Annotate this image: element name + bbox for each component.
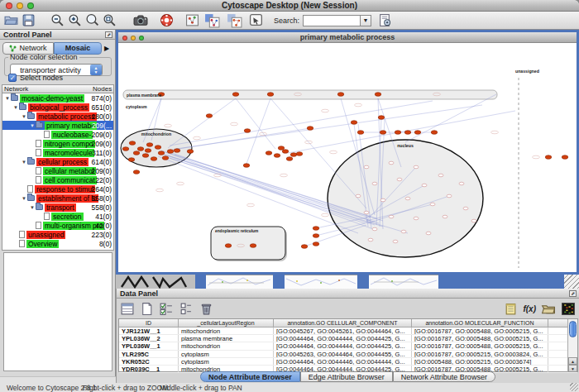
expand-triangle-icon[interactable]: ▼ (21, 114, 27, 119)
network-window-titlebar[interactable]: primary metabolic process (118, 32, 577, 43)
tab-edge-attribute-browser[interactable]: Edge Attribute Browser (300, 371, 393, 382)
network-node[interactable] (471, 219, 476, 222)
network-node[interactable] (301, 245, 308, 249)
background-window[interactable] (285, 275, 357, 289)
network-node[interactable] (375, 93, 381, 97)
network-node[interactable] (296, 152, 303, 156)
network-node[interactable] (351, 121, 357, 125)
network-node[interactable] (405, 197, 410, 200)
network-node[interactable] (422, 184, 427, 187)
network-node[interactable] (401, 230, 406, 233)
network-node[interactable] (389, 215, 394, 218)
heatmap-icon[interactable] (561, 300, 576, 317)
network-node[interactable] (313, 234, 319, 238)
network-node[interactable] (397, 178, 402, 181)
float-panel-icon[interactable]: ⬈ (569, 290, 577, 297)
column-header-0[interactable]: ID (119, 319, 179, 327)
network-node[interactable] (128, 158, 135, 162)
expand-triangle-icon[interactable]: ▼ (21, 196, 27, 201)
save-icon[interactable] (22, 12, 36, 29)
search-input[interactable] (303, 15, 361, 26)
network-node[interactable] (414, 217, 419, 220)
snapshot-icon[interactable] (133, 12, 148, 29)
network-node[interactable] (447, 194, 452, 198)
new-attribute-icon[interactable] (140, 300, 154, 317)
network-node[interactable] (266, 151, 272, 155)
network-node[interactable] (267, 93, 274, 97)
network-node[interactable] (380, 131, 386, 135)
expand-triangle-icon[interactable]: ▼ (21, 160, 27, 165)
tree-row-transport[interactable]: ▼transport558(0) (2, 203, 113, 212)
tree-row-cellular-metabol[interactable]: cellular metabol209(0) (2, 166, 113, 175)
network-node[interactable] (286, 157, 293, 161)
network-node[interactable] (414, 131, 421, 135)
window-resize-grip-icon[interactable] (564, 275, 579, 289)
birdseye-view[interactable] (3, 252, 112, 371)
network-node[interactable] (243, 164, 250, 168)
zoom-out-icon[interactable] (50, 12, 65, 29)
network-node[interactable] (290, 153, 297, 157)
network-node[interactable] (463, 207, 468, 210)
table-row-YKR052C[interactable]: YKR052Ccytoplasm[GO:0044464, GO:0044446,… (119, 358, 577, 366)
expand-triangle-icon[interactable]: ▼ (29, 205, 36, 210)
network-node[interactable] (313, 227, 319, 231)
graphics-details-blue-icon[interactable] (204, 12, 220, 29)
attribute-notes-icon[interactable] (504, 300, 518, 317)
network-node[interactable] (142, 154, 149, 158)
tree-row-overview[interactable]: Overview8(0) (2, 239, 113, 248)
network-node[interactable] (430, 203, 435, 206)
scroll-up-icon[interactable]: ▲ (568, 357, 577, 365)
table-row-YJR121W__1[interactable]: YJR121W__1mitochondrion[GO:0045267, GO:0… (119, 327, 577, 335)
search-dropdown-button[interactable]: ▼ (361, 15, 371, 26)
network-node[interactable] (167, 150, 174, 154)
zoom-in-icon[interactable] (68, 12, 82, 29)
network-node[interactable] (364, 165, 369, 169)
expand-triangle-icon[interactable]: ▼ (12, 105, 19, 110)
graphics-details-red-icon[interactable] (227, 12, 242, 29)
network-node[interactable] (426, 232, 431, 235)
network-node[interactable] (122, 147, 129, 151)
network-node[interactable] (414, 165, 419, 169)
network-node[interactable] (313, 242, 319, 246)
tree-row-macromolecule[interactable]: macromolecule311(0) (2, 148, 113, 157)
select-mode-icon[interactable] (249, 12, 264, 29)
network-node[interactable] (389, 161, 394, 165)
network-node[interactable] (562, 155, 568, 160)
tree-row-primary-metabo[interactable]: ▼primary metabo209(... (2, 121, 113, 130)
delete-attribute-icon[interactable] (199, 300, 213, 317)
network-node[interactable] (129, 141, 136, 146)
network-node[interactable] (380, 198, 385, 202)
background-window-edge[interactable] (357, 275, 369, 289)
network-node[interactable] (459, 182, 464, 185)
network-node[interactable] (364, 211, 369, 214)
network-node[interactable] (438, 174, 443, 177)
network-node[interactable] (232, 93, 239, 97)
import-attributes-icon[interactable] (541, 300, 556, 317)
network-node[interactable] (151, 157, 157, 161)
network-node[interactable] (145, 149, 151, 153)
tab-overflow-arrow-icon[interactable]: ▶ (104, 45, 109, 52)
network-canvas[interactable]: plasma membranecytoplasmmitochondrionnuc… (118, 43, 577, 272)
attribute-table-icon[interactable] (120, 300, 135, 317)
tree-row-unassigned[interactable]: unassigned223(0) (2, 230, 113, 239)
column-header-1[interactable]: _cellularLayoutRegion (179, 319, 274, 327)
network-node[interactable] (307, 127, 313, 131)
tree-row-multi-organism-pro[interactable]: multi-organism pro42(0) (2, 221, 113, 230)
search-config-icon[interactable] (378, 12, 392, 29)
network-node[interactable] (158, 151, 165, 155)
table-row-YPL036W__1[interactable]: YPL036W__1mitochondrion[GO:0044464, GO:0… (119, 342, 577, 350)
tree-row-cell-communicat[interactable]: cell communicat22(0) (2, 175, 113, 184)
network-node[interactable] (443, 215, 447, 218)
zoom-selected-icon[interactable] (85, 12, 99, 29)
tree-row-response-to-stimul[interactable]: response to stimul264(0) (2, 184, 113, 194)
network-node[interactable] (187, 150, 194, 154)
network-node[interactable] (274, 154, 280, 158)
network-node[interactable] (278, 146, 285, 151)
network-node[interactable] (357, 131, 364, 135)
tree-row-metabolic-process[interactable]: ▼metabolic process280(0) (2, 112, 113, 121)
network-node[interactable] (545, 155, 552, 160)
network-node[interactable] (404, 131, 411, 135)
network-node[interactable] (337, 93, 344, 97)
help-icon[interactable] (160, 12, 174, 29)
network-node[interactable] (244, 129, 251, 133)
